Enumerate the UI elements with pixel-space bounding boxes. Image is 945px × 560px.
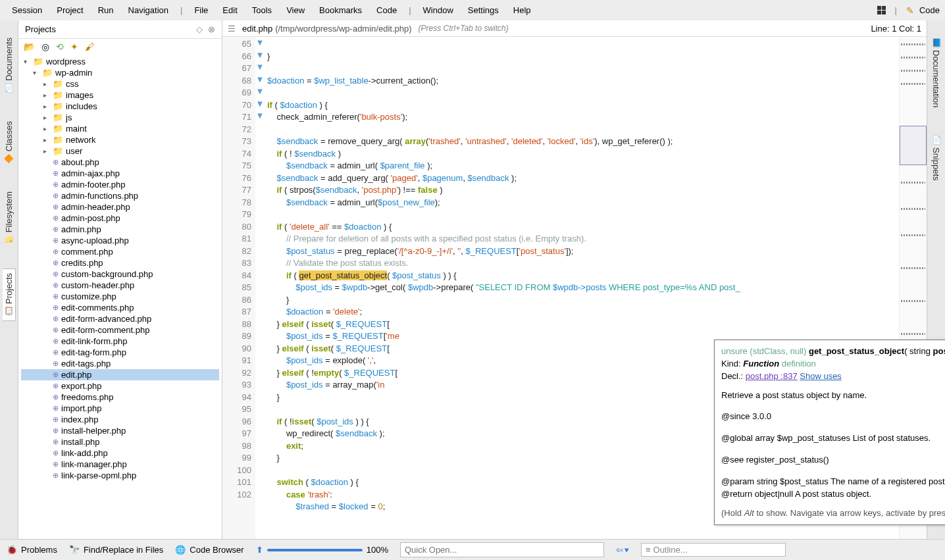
tree-item-label: js: [66, 113, 72, 122]
tree-file[interactable]: ⊕comment.php: [21, 246, 219, 257]
toolbar-folder-icon[interactable]: 📂: [24, 41, 35, 52]
zoom-up-icon[interactable]: ⬆: [256, 545, 263, 555]
tree-file[interactable]: ⊕admin-functions.php: [21, 190, 219, 201]
tree-folder[interactable]: ▸📁user: [21, 145, 219, 157]
tree-file[interactable]: ⊕export.php: [21, 380, 219, 392]
fold-gutter[interactable]: ▼▼▼▼▼▼▼: [255, 37, 265, 539]
tree-item-label: admin-functions.php: [61, 191, 138, 201]
tree-file[interactable]: ⊕edit-comments.php: [21, 302, 219, 313]
tree-file[interactable]: ⊕link-add.php: [21, 447, 219, 459]
folder-icon: 📁: [53, 113, 63, 122]
toolbar-brush-icon[interactable]: 🖌: [85, 41, 94, 52]
folder-icon: 📁: [42, 68, 53, 78]
php-file-icon: ⊕: [53, 460, 59, 469]
tree-file[interactable]: ⊕custom-background.php: [21, 268, 219, 280]
tree-item-label: includes: [66, 101, 97, 111]
panel-close-icon[interactable]: ⊗: [208, 24, 215, 34]
tree-file[interactable]: ⊕import.php: [21, 403, 219, 414]
menu-session[interactable]: Session: [5, 3, 49, 18]
tree-item-label: css: [66, 79, 79, 89]
menu-bookmarks[interactable]: Bookmarks: [313, 3, 369, 18]
status-problems[interactable]: 🐞Problems: [7, 545, 57, 555]
quick-open-input[interactable]: [400, 542, 604, 557]
rail-classes[interactable]: 🔶 Classes: [3, 117, 15, 168]
tree-folder[interactable]: ▸📁maint: [21, 123, 219, 134]
panel-detach-icon[interactable]: ◇: [196, 24, 203, 34]
tree-folder[interactable]: ▾📁wp-admin: [21, 67, 219, 78]
tree-file[interactable]: ⊕index.php: [21, 414, 219, 425]
tree-folder[interactable]: ▸📁images: [21, 89, 219, 101]
tree-item-label: user: [66, 146, 82, 156]
menu-code[interactable]: Code: [370, 3, 403, 18]
tree-file[interactable]: ⊕admin-footer.php: [21, 179, 219, 190]
toolbar-sync-icon[interactable]: ⟲: [56, 41, 64, 52]
rail-snippets[interactable]: 📄 Snippets: [930, 131, 942, 185]
nav-back-icon[interactable]: ⇦: [616, 545, 623, 555]
cursor-position: Line: 1 Col: 1: [871, 24, 921, 34]
menu-window[interactable]: Window: [417, 3, 460, 18]
pencil-icon[interactable]: ✎: [906, 5, 914, 16]
menu-tools[interactable]: Tools: [245, 3, 278, 18]
menu-run[interactable]: Run: [91, 3, 120, 18]
menu-settings[interactable]: Settings: [461, 3, 505, 18]
minimap-viewport[interactable]: [900, 126, 927, 165]
tree-item-label: admin-post.php: [61, 213, 120, 223]
menu-navigation[interactable]: Navigation: [122, 3, 175, 18]
menu-view[interactable]: View: [280, 3, 311, 18]
nav-dropdown-icon[interactable]: ▾: [625, 545, 629, 555]
quick-open[interactable]: [400, 542, 604, 557]
tree-folder[interactable]: ▸📁js: [21, 112, 219, 123]
tree-file[interactable]: ⊕customize.php: [21, 291, 219, 302]
tree-folder[interactable]: ▸📁includes: [21, 101, 219, 112]
tree-file[interactable]: ⊕edit-form-advanced.php: [21, 313, 219, 324]
php-file-icon: ⊕: [53, 415, 59, 424]
tree-file[interactable]: ⊕admin-post.php: [21, 213, 219, 224]
menu-project[interactable]: Project: [50, 3, 89, 18]
menu-file[interactable]: File: [188, 3, 215, 18]
zoom-control[interactable]: ⬆ 100%: [256, 545, 388, 555]
tree-file[interactable]: ⊕edit.php: [21, 369, 219, 380]
project-tree[interactable]: ▾📁wordpress▾📁wp-admin▸📁css▸📁images▸📁incl…: [18, 55, 222, 539]
status-find-replace[interactable]: 🔭Find/Replace in Files: [69, 545, 163, 555]
tree-file[interactable]: ⊕admin.php: [21, 224, 219, 235]
tree-folder[interactable]: ▸📁network: [21, 134, 219, 145]
toolbar-wand-icon[interactable]: ✦: [70, 41, 78, 52]
tree-file[interactable]: ⊕link-manager.php: [21, 459, 219, 470]
decl-link[interactable]: post.php :837: [746, 371, 798, 381]
menu-code-right[interactable]: Code: [919, 5, 940, 15]
grid-icon[interactable]: [877, 6, 886, 14]
tree-file[interactable]: ⊕admin-ajax.php: [21, 168, 219, 179]
tree-file[interactable]: ⊕credits.php: [21, 257, 219, 268]
rail-projects[interactable]: 📋 Projects: [3, 268, 16, 321]
rail-documentation[interactable]: 📘 Documentation: [930, 34, 942, 111]
tree-folder[interactable]: ▸📁css: [21, 78, 219, 89]
zoom-slider-track[interactable]: [267, 549, 363, 551]
outline-box[interactable]: ≡ Outline...: [641, 543, 786, 557]
tree-file[interactable]: ⊕admin-header.php: [21, 201, 219, 213]
tree-folder[interactable]: ▾📁wordpress: [21, 56, 219, 67]
tree-item-label: import.php: [61, 403, 101, 413]
rail-documents[interactable]: 📄 Documents: [3, 34, 15, 97]
rail-filesystem[interactable]: 📁 Filesystem: [3, 188, 15, 249]
tree-file[interactable]: ⊕edit-tags.php: [21, 358, 219, 369]
menu-help[interactable]: Help: [507, 3, 538, 18]
tree-file[interactable]: ⊕link-parse-opml.php: [21, 470, 219, 481]
tree-file[interactable]: ⊕edit-link-form.php: [21, 336, 219, 347]
status-code-browser[interactable]: 🌐Code Browser: [175, 545, 243, 555]
tree-file[interactable]: ⊕edit-tag-form.php: [21, 347, 219, 358]
tree-file[interactable]: ⊕about.php: [21, 157, 219, 168]
toolbar-target-icon[interactable]: ◎: [41, 41, 49, 52]
menu-edit[interactable]: Edit: [216, 3, 243, 18]
php-file-icon: ⊕: [53, 359, 59, 368]
tab-list-icon[interactable]: ☰: [228, 24, 236, 34]
tree-file[interactable]: ⊕freedoms.php: [21, 392, 219, 403]
show-uses-link[interactable]: Show uses: [800, 371, 842, 381]
php-file-icon: ⊕: [53, 370, 59, 379]
tree-file[interactable]: ⊕custom-header.php: [21, 280, 219, 291]
tree-file[interactable]: ⊕install.php: [21, 436, 219, 447]
tab-filename[interactable]: edit.php (/tmp/wordpress/wp-admin/edit.p…: [242, 23, 412, 34]
tree-file[interactable]: ⊕edit-form-comment.php: [21, 324, 219, 336]
tree-file[interactable]: ⊕async-upload.php: [21, 235, 219, 246]
folder-icon: 📁: [53, 79, 63, 89]
tree-file[interactable]: ⊕install-helper.php: [21, 425, 219, 436]
